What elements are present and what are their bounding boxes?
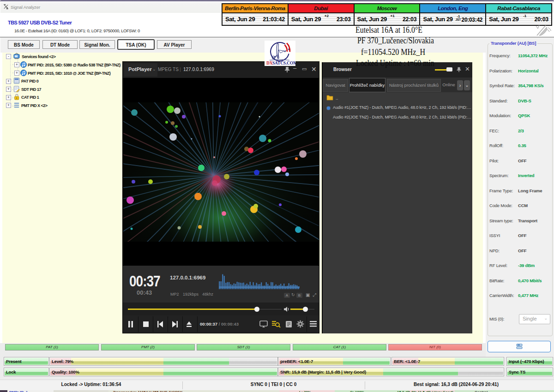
svg-text:SATCS.COM: SATCS.COM: [272, 61, 295, 65]
svg-text:DX: DX: [266, 61, 273, 65]
